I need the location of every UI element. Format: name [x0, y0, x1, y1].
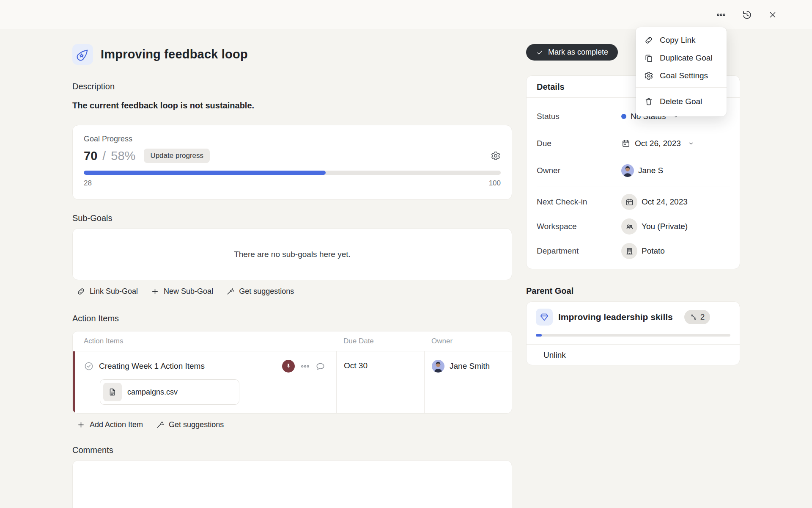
- parent-progress-track: [536, 334, 730, 337]
- parent-progress-fill: [536, 334, 542, 337]
- add-action-item-button[interactable]: Add Action Item: [77, 420, 143, 429]
- action-item-row[interactable]: Creating Week 1 Action Items: [73, 351, 512, 413]
- progress-range-end: 100: [489, 179, 501, 188]
- row-more-options-icon[interactable]: [300, 362, 310, 371]
- goal-title-row: Improving feedback loop: [72, 44, 512, 65]
- building-icon: [621, 243, 637, 259]
- calendar-icon: [621, 139, 631, 148]
- progress-current-value: 70: [84, 149, 97, 163]
- link-icon: [644, 36, 653, 45]
- file-icon: [103, 383, 122, 401]
- more-options-icon[interactable]: [716, 9, 727, 20]
- attachment-name: campaigns.csv: [127, 388, 178, 397]
- sub-goals-card: There are no sub-goals here yet.: [72, 228, 512, 280]
- chevron-down-icon: [688, 140, 694, 147]
- goal-context-menu: Copy Link Duplicate Goal Goal Settings: [636, 27, 727, 116]
- description-label: Description: [72, 82, 512, 91]
- column-header-action-items: Action Items: [73, 337, 336, 345]
- trash-icon: [644, 97, 653, 106]
- detail-row-next-checkin: Next Check-in Oct 24, 2023: [537, 190, 730, 214]
- menu-item-delete-goal[interactable]: Delete Goal: [636, 93, 727, 110]
- menu-item-duplicate-goal[interactable]: Duplicate Goal: [636, 49, 727, 67]
- sub-goals-empty-text: There are no sub-goals here yet.: [234, 250, 351, 259]
- progress-target-value: 58%: [111, 149, 135, 163]
- sub-goal-suggestions-button[interactable]: Get suggestions: [226, 287, 294, 296]
- pin-icon[interactable]: [282, 360, 295, 373]
- new-sub-goal-button[interactable]: New Sub-Goal: [151, 287, 213, 296]
- comments-heading: Comments: [72, 445, 512, 455]
- avatar: [432, 360, 444, 373]
- progress-bar-track: [84, 171, 501, 175]
- menu-item-label: Delete Goal: [660, 97, 702, 106]
- detail-row-due: Due Oct 26, 2023: [537, 130, 730, 157]
- column-header-owner: Owner: [424, 337, 512, 345]
- detail-row-workspace: Workspace You (Private): [537, 214, 730, 239]
- action-item-suggestions-button[interactable]: Get suggestions: [156, 420, 224, 429]
- detail-row-owner: Owner Jane S: [537, 157, 730, 184]
- progress-range-start: 28: [84, 179, 92, 188]
- top-bar: [0, 0, 812, 29]
- gear-icon: [644, 71, 653, 80]
- close-icon[interactable]: [767, 9, 778, 20]
- comment-bubble-icon[interactable]: [315, 362, 325, 371]
- details-divider: [537, 187, 730, 187]
- owner-name: Jane Smith: [450, 362, 490, 371]
- parent-goal-heading: Parent Goal: [526, 286, 740, 296]
- attachment-chip[interactable]: campaigns.csv: [100, 379, 239, 405]
- action-items-heading: Action Items: [72, 314, 512, 323]
- check-circle-icon[interactable]: [84, 361, 94, 371]
- goal-main-panel: Improving feedback loop Description The …: [72, 44, 512, 508]
- column-header-due-date: Due Date: [336, 337, 424, 345]
- menu-item-copy-link[interactable]: Copy Link: [636, 31, 727, 49]
- link-sub-goal-button[interactable]: Link Sub-Goal: [77, 287, 138, 296]
- page-title: Improving feedback loop: [101, 47, 248, 61]
- comet-icon: [72, 44, 93, 65]
- duplicate-icon: [644, 53, 653, 63]
- menu-item-label: Duplicate Goal: [660, 53, 713, 63]
- action-items-table: Action Items Due Date Owner Creating Wee…: [72, 331, 512, 414]
- mark-as-complete-button[interactable]: Mark as complete: [526, 44, 618, 61]
- check-icon: [536, 49, 543, 56]
- action-items-header-row: Action Items Due Date Owner: [73, 331, 512, 351]
- avatar: [621, 164, 634, 177]
- people-icon: [621, 218, 637, 235]
- goal-progress-card: Goal Progress 70 / 58% Update progress 2…: [72, 125, 512, 200]
- next-checkin-value[interactable]: Oct 24, 2023: [621, 194, 688, 210]
- menu-divider: [636, 87, 727, 88]
- update-progress-button[interactable]: Update progress: [144, 149, 210, 163]
- department-value[interactable]: Potato: [621, 243, 665, 259]
- magic-wand-icon: [226, 287, 235, 296]
- action-item-due-date[interactable]: Oct 30: [344, 360, 418, 370]
- plus-icon: [151, 287, 159, 296]
- menu-item-label: Goal Settings: [660, 71, 708, 80]
- detail-row-department: Department Potato: [537, 239, 730, 263]
- menu-item-label: Copy Link: [660, 36, 696, 45]
- comments-card: There are no comments here yet.: [72, 460, 512, 508]
- progress-separator: /: [102, 149, 106, 163]
- action-item-owner[interactable]: Jane Smith: [432, 360, 506, 373]
- description-text: The current feedback loop is not sustain…: [72, 101, 512, 110]
- progress-bar-fill: [84, 171, 326, 175]
- unlink-parent-goal-button[interactable]: Unlink: [536, 345, 730, 365]
- magic-wand-icon: [156, 420, 165, 429]
- gem-icon: [536, 309, 553, 326]
- workspace-value[interactable]: You (Private): [621, 218, 688, 235]
- owner-value[interactable]: Jane S: [621, 164, 663, 177]
- parent-goal-name[interactable]: Improving leadership skills: [558, 312, 673, 322]
- due-date-dropdown[interactable]: Oct 26, 2023: [621, 139, 694, 148]
- calendar-icon: [621, 194, 637, 210]
- sub-goal-count-badge: 2: [684, 310, 710, 324]
- linked-goals-icon: [690, 313, 697, 321]
- menu-item-goal-settings[interactable]: Goal Settings: [636, 67, 727, 85]
- top-bar-actions: [716, 0, 778, 29]
- status-dot: [621, 114, 626, 119]
- progress-settings-gear-icon[interactable]: [491, 151, 501, 161]
- action-item-title[interactable]: Creating Week 1 Action Items: [99, 362, 205, 371]
- history-icon[interactable]: [741, 9, 752, 20]
- sub-goal-count: 2: [700, 312, 705, 322]
- link-icon: [77, 287, 85, 296]
- parent-goal-card: Improving leadership skills 2 Unlink: [526, 301, 740, 365]
- goal-progress-title: Goal Progress: [84, 135, 501, 144]
- sub-goals-heading: Sub-Goals: [72, 213, 512, 223]
- plus-icon: [77, 420, 85, 429]
